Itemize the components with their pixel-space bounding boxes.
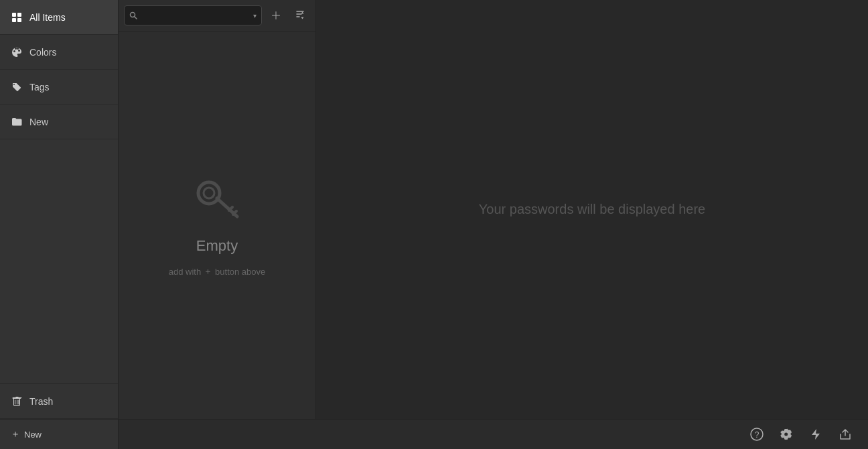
content-wrapper: ▾ (119, 0, 868, 419)
svg-text:?: ? (755, 430, 760, 440)
sidebar-item-colors-label: Colors (29, 47, 56, 58)
trash-icon (11, 395, 23, 407)
svg-point-6 (198, 182, 220, 204)
add-item-button[interactable] (266, 5, 286, 25)
list-panel: ▾ (119, 0, 316, 419)
sidebar-item-colors[interactable]: Colors (0, 35, 118, 70)
detail-placeholder: Your passwords will be displayed here (479, 202, 705, 217)
detail-panel: Your passwords will be displayed here (316, 0, 868, 419)
sidebar-item-all-items-label: All Items (29, 12, 66, 23)
grid-icon (11, 11, 23, 23)
search-dropdown-icon: ▾ (253, 12, 257, 19)
empty-hint: add with ＋ button above (169, 265, 266, 277)
lightning-button[interactable] (804, 422, 828, 446)
empty-hint-suffix: button above (215, 267, 265, 277)
svg-line-5 (135, 17, 137, 19)
svg-rect-3 (17, 18, 21, 22)
empty-title: Empty (196, 237, 238, 255)
bottom-toolbar: ? (119, 419, 868, 449)
empty-hint-prefix: add with (169, 267, 201, 277)
tag-icon (11, 81, 23, 93)
export-button[interactable] (833, 422, 857, 446)
main-content: ▾ (119, 0, 868, 449)
search-input[interactable] (124, 5, 262, 25)
svg-point-7 (204, 188, 214, 198)
sidebar-item-new[interactable]: New (0, 105, 118, 139)
empty-key-icon (190, 173, 244, 227)
sidebar-nav: All Items Colors Tags (0, 0, 118, 383)
sidebar-item-tags[interactable]: Tags (0, 70, 118, 105)
sidebar-footer: ＋ New (0, 419, 118, 449)
plus-icon: ＋ (11, 428, 20, 440)
svg-rect-1 (17, 13, 21, 17)
sidebar: All Items Colors Tags (0, 0, 119, 449)
sidebar-item-trash[interactable]: Trash (0, 384, 118, 419)
sidebar-item-tags-label: Tags (29, 82, 50, 92)
palette-icon (11, 46, 23, 58)
sidebar-item-new-label: New (29, 117, 48, 127)
sidebar-item-trash-label: Trash (29, 396, 53, 407)
new-footer-button[interactable]: ＋ New (5, 424, 47, 444)
search-container: ▾ (124, 5, 262, 25)
empty-state: Empty add with ＋ button above (119, 31, 315, 419)
new-footer-label: New (24, 430, 42, 440)
search-icon (129, 11, 137, 19)
help-button[interactable]: ? (745, 422, 769, 446)
sort-button[interactable] (290, 5, 310, 25)
sidebar-bottom: Trash (0, 383, 118, 419)
folder-icon (11, 116, 23, 128)
sidebar-item-all-items[interactable]: All Items (0, 0, 118, 35)
settings-button[interactable] (774, 422, 798, 446)
plus-small-icon: ＋ (204, 265, 212, 277)
list-toolbar: ▾ (119, 0, 315, 31)
svg-rect-0 (12, 13, 16, 17)
svg-rect-2 (12, 18, 16, 22)
